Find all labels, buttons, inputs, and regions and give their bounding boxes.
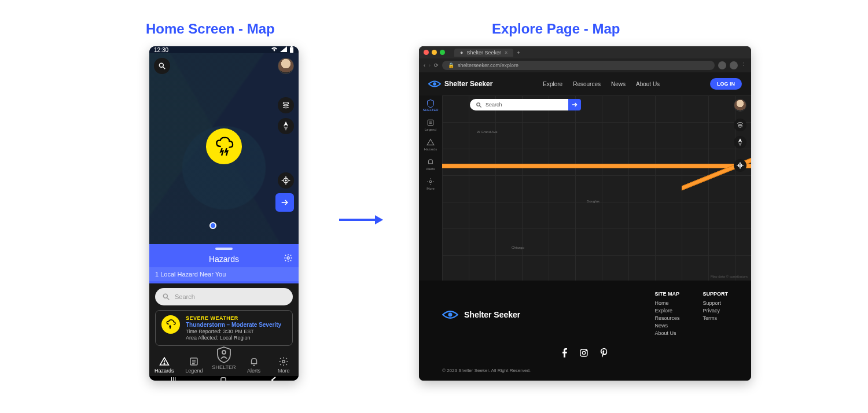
search-input[interactable]: Search	[155, 288, 293, 305]
sidebar-item-alerts[interactable]: Alerts	[426, 158, 435, 171]
instagram-icon[interactable]	[579, 348, 589, 357]
tab-legend[interactable]: Legend	[179, 356, 209, 374]
tab-label: More	[278, 368, 290, 374]
nav-forward-icon[interactable]: ›	[429, 62, 431, 68]
android-nav-bar: |||	[149, 376, 299, 381]
drag-handle-icon[interactable]	[215, 248, 233, 250]
svg-line-31	[480, 105, 481, 107]
locate-icon-button[interactable]	[734, 159, 746, 172]
bell-icon	[249, 356, 259, 367]
lock-icon: 🔒	[448, 62, 454, 68]
nav-resources[interactable]: Resources	[573, 81, 601, 87]
eye-logo-icon	[442, 309, 458, 320]
search-icon	[476, 102, 482, 108]
tab-title: Shelter Seeker	[466, 50, 501, 56]
android-home-icon[interactable]	[219, 376, 227, 381]
street-label: W Grand Ave	[477, 130, 498, 134]
profile-icon[interactable]	[730, 61, 738, 69]
footer-link-terms[interactable]: Terms	[703, 315, 728, 321]
footer-link-explore[interactable]: Explore	[654, 308, 679, 314]
hazard-area: Area Affected: Local Region	[186, 335, 281, 341]
footer-sitemap-heading: SITE MAP	[654, 291, 679, 297]
svg-line-4	[163, 67, 165, 69]
mobile-mockup: 12:30	[149, 46, 299, 381]
compass-icon-button[interactable]	[278, 118, 294, 134]
current-location-dot	[209, 222, 216, 229]
address-bar: ‹ › ⟳ 🔒 shelterseeker.com/explore ⋮	[419, 58, 751, 72]
nav-about-us[interactable]: About Us	[636, 81, 660, 87]
tab-label: Alerts	[247, 368, 260, 374]
user-avatar[interactable]	[734, 99, 746, 112]
svg-point-29	[429, 180, 432, 183]
pinterest-icon[interactable]	[600, 348, 608, 357]
signal-icon	[280, 46, 287, 53]
facebook-icon[interactable]	[562, 348, 568, 357]
maximize-dot-icon[interactable]	[440, 50, 445, 55]
navigate-button[interactable]	[275, 193, 294, 212]
menu-dots-icon[interactable]: ⋮	[741, 61, 746, 69]
legend-icon	[189, 356, 199, 367]
settings-gear-icon[interactable]	[284, 253, 293, 263]
footer-link-about[interactable]: About Us	[654, 330, 679, 336]
hazards-panel[interactable]: Hazards 1 Local Hazard Near You	[149, 244, 299, 283]
brand[interactable]: Shelter Seeker	[428, 80, 492, 88]
footer-link-news[interactable]: News	[654, 323, 679, 329]
footer-link-privacy[interactable]: Privacy	[703, 308, 728, 314]
svg-rect-2	[291, 46, 293, 47]
sidebar: SHELTER Legend Hazards Alerts More	[419, 95, 442, 281]
heading-explore-page-map: Explore Page - Map	[492, 21, 620, 37]
sidebar-item-label: Hazards	[424, 148, 437, 151]
footer-sitemap: SITE MAP Home Explore Resources News Abo…	[654, 291, 679, 338]
locate-icon-button[interactable]	[278, 172, 294, 189]
desktop-mockup: ● Shelter Seeker × + ‹ › ⟳ 🔒 shelterseek…	[419, 46, 751, 381]
nav-back-icon[interactable]: ‹	[424, 62, 425, 68]
footer-link-home[interactable]: Home	[654, 300, 679, 306]
sidebar-item-hazards[interactable]: Hazards	[424, 138, 437, 151]
hazards-subhead: 1 Local Hazard Near You	[149, 267, 299, 281]
nav-news[interactable]: News	[611, 81, 626, 87]
tab-hazards[interactable]: Hazards	[149, 356, 179, 374]
footer-link-support[interactable]: Support	[703, 300, 728, 306]
url-input[interactable]: 🔒 shelterseeker.com/explore	[442, 61, 715, 70]
browser-tab[interactable]: ● Shelter Seeker ×	[454, 49, 513, 57]
compass-icon-button[interactable]	[734, 136, 746, 149]
tab-close-icon[interactable]: ×	[505, 50, 507, 56]
new-tab-icon[interactable]: +	[517, 50, 520, 56]
tab-alerts[interactable]: Alerts	[239, 356, 269, 374]
user-avatar[interactable]	[278, 58, 294, 74]
footer-brand[interactable]: Shelter Seeker	[442, 291, 520, 338]
svg-point-23	[282, 360, 285, 363]
map-canvas[interactable]: W Grand Ave Douglas Chicago Search Map d…	[442, 95, 751, 281]
android-back-icon[interactable]	[270, 376, 277, 381]
map-area[interactable]	[149, 53, 299, 244]
footer-support-heading: SUPPORT	[703, 291, 728, 297]
status-icons	[271, 46, 294, 53]
sidebar-item-more[interactable]: More	[426, 178, 435, 190]
sidebar-item-shelter[interactable]: SHELTER	[422, 99, 438, 112]
minimize-dot-icon[interactable]	[432, 50, 437, 55]
bottom-tabs: Hazards Legend SHELTER Alerts More	[149, 348, 299, 376]
reload-icon[interactable]: ⟳	[434, 62, 439, 68]
nav-explore[interactable]: Explore	[543, 81, 562, 87]
search-icon-button[interactable]	[154, 58, 170, 74]
login-button[interactable]: LOG IN	[710, 78, 742, 90]
hazard-card[interactable]: SEVERE WEATHER Thunderstorm – Moderate S…	[155, 310, 293, 346]
search-submit-button[interactable]	[568, 99, 581, 110]
sidebar-item-label: Alerts	[426, 167, 435, 171]
close-dot-icon[interactable]	[424, 50, 429, 55]
tab-label: Hazards	[155, 368, 174, 374]
svg-point-30	[477, 102, 480, 106]
footer-link-resources[interactable]: Resources	[654, 315, 679, 321]
svg-point-5	[283, 102, 288, 105]
search-input[interactable]: Search	[470, 99, 568, 110]
tab-label: Legend	[185, 368, 203, 374]
tab-more[interactable]: More	[269, 356, 299, 374]
hazard-marker-storm-icon[interactable]	[206, 128, 242, 164]
eye-logo-icon	[428, 80, 440, 88]
extension-icon[interactable]	[718, 61, 726, 69]
android-recents-icon[interactable]: |||	[171, 376, 176, 381]
tab-shelter[interactable]: SHELTER	[209, 346, 239, 370]
layers-icon-button[interactable]	[734, 119, 746, 131]
layers-icon-button[interactable]	[278, 97, 294, 113]
sidebar-item-legend[interactable]: Legend	[425, 119, 436, 131]
